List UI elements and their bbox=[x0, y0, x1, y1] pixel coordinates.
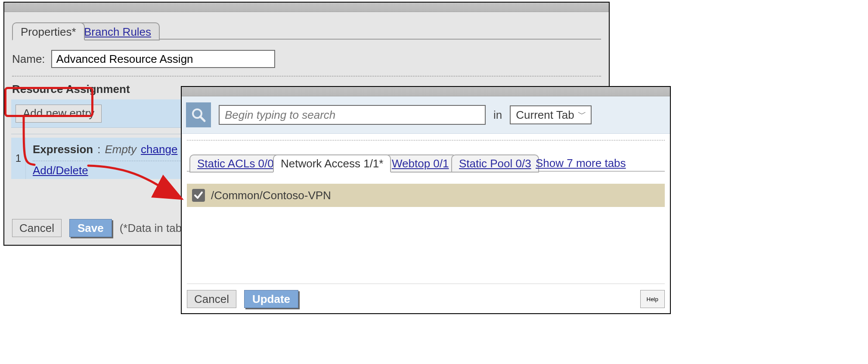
tab-network-access[interactable]: Network Access 1/1* bbox=[273, 154, 391, 173]
divider bbox=[12, 76, 601, 77]
window-titlebar-front bbox=[182, 87, 670, 96]
window-titlebar bbox=[4, 3, 609, 12]
resource-list: /Common/Contoso-VPN bbox=[187, 184, 665, 207]
change-link[interactable]: change bbox=[141, 143, 177, 156]
in-label: in bbox=[493, 108, 502, 122]
tab-branch-rules[interactable]: Branch Rules bbox=[75, 22, 160, 40]
show-more-tabs-link[interactable]: Show 7 more tabs bbox=[536, 157, 626, 170]
expression-value: Empty bbox=[105, 143, 136, 156]
tab-branch-rules-label: Branch Rules bbox=[84, 25, 151, 39]
tab-static-pool[interactable]: Static Pool 0/3 bbox=[451, 154, 539, 173]
search-icon bbox=[186, 102, 211, 127]
tab-properties[interactable]: Properties* bbox=[12, 22, 85, 40]
save-button[interactable]: Save bbox=[69, 219, 112, 237]
add-new-entry-button[interactable]: Add new entry bbox=[16, 105, 102, 123]
save-label: Save bbox=[78, 222, 104, 235]
chevron-down-icon: ﹀ bbox=[578, 108, 586, 120]
name-label: Name: bbox=[12, 52, 45, 66]
tab-webtop-label: Webtop 0/1 bbox=[392, 157, 449, 170]
resource-picker-window: in Current Tab ﹀ Static ACLs 0/0 Network… bbox=[181, 86, 671, 314]
tab-properties-label: Properties* bbox=[21, 25, 76, 39]
update-label: Update bbox=[252, 293, 290, 306]
svg-line-1 bbox=[200, 117, 205, 121]
help-button[interactable]: Help bbox=[640, 290, 665, 308]
front-footer-left: Cancel Update bbox=[187, 290, 298, 308]
inner-tabs: Static ACLs 0/0 Network Access 1/1* Webt… bbox=[187, 150, 665, 174]
cancel-label-front: Cancel bbox=[194, 293, 229, 306]
name-input[interactable] bbox=[51, 50, 275, 68]
tabs-row: Properties* Branch Rules bbox=[4, 20, 609, 42]
colon: : bbox=[97, 143, 100, 156]
update-button[interactable]: Update bbox=[244, 290, 298, 308]
cancel-button[interactable]: Cancel bbox=[12, 219, 62, 237]
cancel-button-front[interactable]: Cancel bbox=[187, 290, 236, 308]
back-footer: Cancel Save (*Data in tab has bbox=[12, 219, 203, 237]
checkbox[interactable] bbox=[192, 189, 205, 202]
tab-static-acls[interactable]: Static ACLs 0/0 bbox=[189, 154, 282, 173]
front-footer: Cancel Update Help bbox=[187, 284, 665, 308]
search-scope-select[interactable]: Current Tab ﹀ bbox=[510, 105, 591, 124]
tab-static-acls-label: Static ACLs 0/0 bbox=[197, 157, 274, 170]
search-bar: in Current Tab ﹀ bbox=[182, 96, 670, 134]
help-label: Help bbox=[647, 296, 658, 302]
add-delete-link[interactable]: Add/Delete bbox=[33, 164, 88, 177]
expression-label: Expression bbox=[33, 143, 93, 156]
tab-network-access-label: Network Access 1/1* bbox=[281, 157, 383, 170]
entry-index: 1 bbox=[11, 138, 26, 179]
search-input[interactable] bbox=[219, 105, 486, 125]
add-new-entry-label: Add new entry bbox=[23, 107, 94, 120]
tab-webtop[interactable]: Webtop 0/1 bbox=[384, 154, 457, 173]
name-row: Name: bbox=[12, 50, 609, 68]
divider-front bbox=[187, 140, 665, 141]
list-item[interactable]: /Common/Contoso-VPN bbox=[187, 184, 665, 207]
search-scope-value: Current Tab bbox=[516, 108, 574, 122]
resource-name: /Common/Contoso-VPN bbox=[211, 189, 331, 202]
cancel-label: Cancel bbox=[19, 222, 54, 235]
tab-static-pool-label: Static Pool 0/3 bbox=[459, 157, 531, 170]
